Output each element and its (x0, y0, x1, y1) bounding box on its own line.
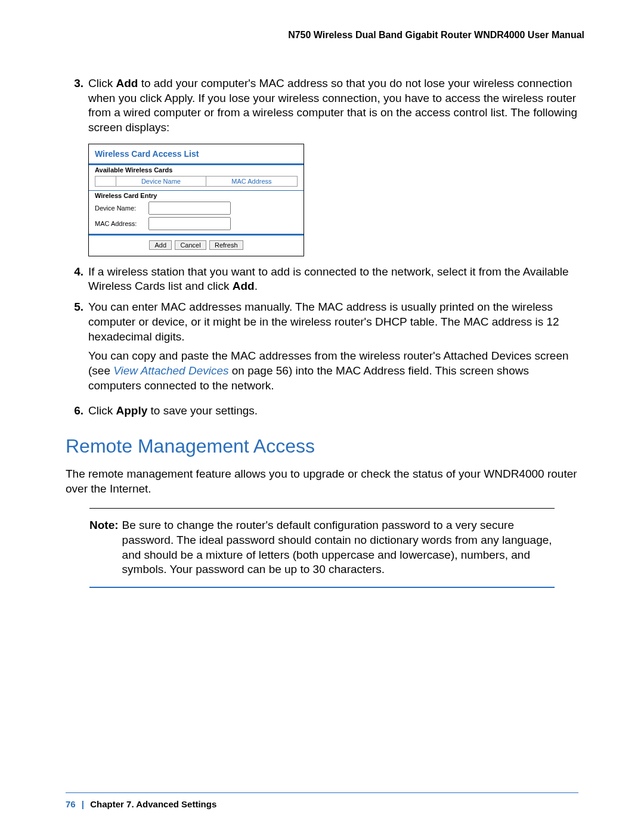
step5-sub-para: You can copy and paste the MAC addresses… (88, 349, 578, 393)
step-number: 6. (66, 404, 88, 419)
device-name-input[interactable] (148, 202, 231, 215)
step-body: Click Add to add your computer's MAC add… (88, 76, 578, 135)
entry-section-label: Wireless Card Entry (89, 191, 304, 200)
step-body: Click Apply to save your settings. (88, 404, 578, 419)
step-number: 5. (66, 300, 88, 398)
step-body: If a wireless station that you want to a… (88, 265, 578, 294)
add-button[interactable]: Add (149, 240, 172, 250)
step5-text: You can enter MAC addresses manually. Th… (88, 301, 559, 342)
step-3: 3. Click Add to add your computer's MAC … (66, 76, 578, 135)
cancel-button[interactable]: Cancel (175, 240, 206, 250)
note-label: Note: (89, 518, 122, 577)
mac-address-label: MAC Address: (95, 220, 148, 227)
panel-title: Wireless Card Access List (89, 144, 304, 163)
section-heading: Remote Management Access (66, 435, 578, 457)
instruction-list-cont: 4. If a wireless station that you want t… (66, 265, 578, 419)
step-body: You can enter MAC addresses manually. Th… (88, 300, 578, 398)
note-text: Be sure to change the router's default c… (122, 518, 555, 577)
instruction-list: 3. Click Add to add your computer's MAC … (66, 76, 578, 135)
page-footer: 76 | Chapter 7. Advanced Settings (66, 792, 578, 809)
wireless-card-access-panel: Wireless Card Access List Available Wire… (88, 144, 304, 256)
view-attached-devices-link[interactable]: View Attached Devices (113, 364, 232, 377)
step6-text-a: Click (88, 404, 116, 417)
step-number: 4. (66, 265, 88, 294)
step4-bold-add: Add (233, 280, 255, 292)
panel-button-row: Add Cancel Refresh (89, 236, 304, 256)
col-select (95, 176, 116, 186)
mac-address-input[interactable] (148, 217, 231, 230)
mac-address-row: MAC Address: (89, 216, 304, 231)
step-5: 5. You can enter MAC addresses manually.… (66, 300, 578, 398)
step4-text-a: If a wireless station that you want to a… (88, 265, 568, 293)
page-number: 76 (66, 799, 76, 809)
note-box: Note: Be sure to change the router's def… (89, 508, 555, 588)
step-4: 4. If a wireless station that you want t… (66, 265, 578, 294)
step3-bold-add: Add (116, 77, 138, 89)
step6-text-c: to save your settings. (147, 404, 258, 417)
step-number: 3. (66, 76, 88, 135)
footer-separator: | (78, 799, 88, 809)
col-mac-address: MAC Address (206, 176, 297, 186)
available-cards-table: Device Name MAC Address (95, 176, 298, 187)
refresh-button[interactable]: Refresh (209, 240, 243, 250)
device-name-row: Device Name: (89, 200, 304, 216)
section-paragraph: The remote management feature allows you… (66, 467, 578, 496)
step4-text-c: . (255, 280, 258, 292)
chapter-label: Chapter 7. Advanced Settings (90, 799, 216, 809)
step-6: 6. Click Apply to save your settings. (66, 404, 578, 419)
manual-page: N750 Wireless Dual Band Gigabit Router W… (0, 0, 644, 833)
available-cards-label: Available Wireless Cards (89, 165, 304, 175)
document-header: N750 Wireless Dual Band Gigabit Router W… (66, 30, 584, 41)
step3-text-c: to add your computer's MAC address so th… (88, 77, 577, 134)
step3-text-a: Click (88, 77, 116, 89)
device-name-label: Device Name: (95, 205, 148, 212)
step6-bold-apply: Apply (116, 404, 147, 417)
col-device-name: Device Name (116, 176, 206, 186)
